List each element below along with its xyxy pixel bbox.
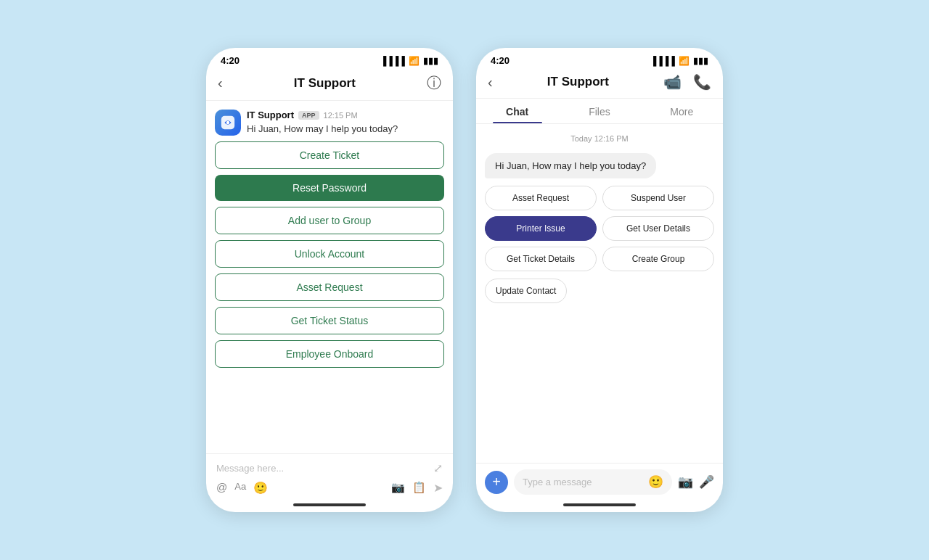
input-action-icons: 📷 📋 ➤ [391,481,443,495]
expand-icon[interactable]: ⤢ [433,461,443,475]
font-icon[interactable]: Aa [234,481,246,495]
right-battery-icon: ▮▮▮ [693,56,708,66]
right-input-bar: + Type a message 🙂 📷 🎤 [476,463,723,499]
back-button[interactable]: ‹ [218,75,223,91]
right-message-input[interactable]: Type a message 🙂 [514,469,672,495]
video-call-icon[interactable]: 📹 [663,73,682,91]
right-tabs: Chat Files More [476,99,723,124]
quick-reply-grid: Asset Request Suspend User Printer Issue… [485,186,714,271]
app-avatar [215,110,241,136]
tab-files[interactable]: Files [558,99,640,123]
phone-call-icon[interactable]: 📞 [693,73,711,91]
left-chat-body: IT Support APP 12:15 PM Hi Juan, How may… [206,101,453,453]
sender-name: IT Support [247,110,294,120]
create-ticket-button[interactable]: Create Ticket [215,141,444,169]
right-home-indicator [563,503,636,506]
right-header-icons: 📹 📞 [663,73,711,91]
bot-msg-meta: IT Support APP 12:15 PM Hi Juan, How may… [247,110,444,134]
left-status-icons: ▐▐▐▐ 📶 ▮▮▮ [380,56,438,66]
plus-button[interactable]: + [485,471,508,494]
quick-update-contact[interactable]: Update Contact [485,279,567,303]
unlock-account-button[interactable]: Unlock Account [215,240,444,268]
tab-chat[interactable]: Chat [476,99,558,123]
left-home-indicator [293,503,366,506]
add-user-to-group-button[interactable]: Add user to Group [215,207,444,234]
right-status-icons: ▐▐▐▐ 📶 ▮▮▮ [650,56,708,66]
right-input-icons: 🙂 [648,474,663,490]
employee-onboard-button[interactable]: Employee Onboard [215,340,444,368]
right-chat-body: Today 12:16 PM Hi Juan, How may I help y… [476,124,723,463]
svg-point-1 [226,121,230,125]
date-label: Today 12:16 PM [485,134,714,143]
right-header-title: IT Support [547,75,609,89]
left-phone: 4:20 ▐▐▐▐ 📶 ▮▮▮ ‹ IT Support ⓘ IT Supp [206,48,453,512]
left-time: 4:20 [221,55,240,66]
asset-request-button[interactable]: Asset Request [215,273,444,301]
get-ticket-status-button[interactable]: Get Ticket Status [215,307,444,334]
signal-icon: ▐▐▐▐ [380,56,405,66]
quick-create-group[interactable]: Create Group [602,247,714,271]
mention-icon[interactable]: @ [216,481,227,495]
info-icon[interactable]: ⓘ [427,73,441,93]
tab-more[interactable]: More [641,99,723,123]
right-back-button[interactable]: ‹ [488,74,493,91]
right-wifi-icon: 📶 [679,56,689,66]
left-input-bar: Message here... ⤢ @ Aa 🙂 📷 📋 ➤ [206,453,453,499]
quick-asset-request[interactable]: Asset Request [485,186,597,210]
bot-message-row: IT Support APP 12:15 PM Hi Juan, How may… [215,110,444,136]
left-header-title: IT Support [294,76,356,91]
sender-row: IT Support APP 12:15 PM [247,110,444,120]
quick-reply-single-row: Update Contact [485,279,714,303]
emoji-icon[interactable]: 🙂 [253,481,268,495]
quick-printer-issue[interactable]: Printer Issue [485,216,597,241]
right-time: 4:20 [491,55,509,66]
input-top-row: Message here... ⤢ [216,461,443,475]
quick-get-ticket-details[interactable]: Get Ticket Details [485,247,597,271]
msg-time: 12:15 PM [324,111,358,120]
app-badge: APP [298,111,319,120]
quick-suspend-user[interactable]: Suspend User [602,186,714,210]
right-signal-icon: ▐▐▐▐ [650,56,675,66]
bot-msg-text: Hi Juan, How may I help you today? [247,123,444,134]
emoji-icon-right[interactable]: 🙂 [648,474,663,490]
quick-get-user-details[interactable]: Get User Details [602,216,714,241]
right-media-icons: 📷 🎤 [678,474,714,490]
right-input-placeholder: Type a message [523,477,592,487]
right-phone: 4:20 ▐▐▐▐ 📶 ▮▮▮ ‹ IT Support 📹 📞 Chat Fi… [476,48,723,512]
wifi-icon: 📶 [409,56,420,66]
left-status-bar: 4:20 ▐▐▐▐ 📶 ▮▮▮ [206,48,453,69]
reset-password-button[interactable]: Reset Password [215,175,444,201]
right-bot-bubble: Hi Juan, How may I help you today? [485,153,656,178]
clipboard-icon[interactable]: 📋 [412,481,426,495]
microphone-icon[interactable]: 🎤 [699,474,714,490]
left-message-input[interactable]: Message here... [216,463,427,474]
left-header: ‹ IT Support ⓘ [206,69,453,101]
battery-icon: ▮▮▮ [423,56,438,66]
image-icon[interactable]: 📷 [391,481,405,495]
input-format-icons: @ Aa 🙂 [216,481,268,495]
right-header: ‹ IT Support 📹 📞 [476,69,723,99]
camera-icon[interactable]: 📷 [678,474,693,490]
right-status-bar: 4:20 ▐▐▐▐ 📶 ▮▮▮ [476,48,723,69]
send-icon[interactable]: ➤ [433,481,443,495]
input-bottom-row: @ Aa 🙂 📷 📋 ➤ [216,481,443,495]
